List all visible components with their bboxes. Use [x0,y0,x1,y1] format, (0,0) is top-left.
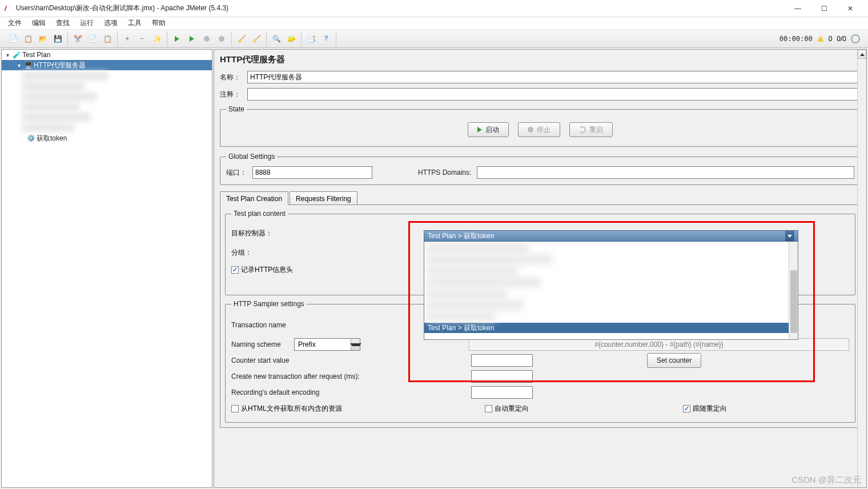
counter-start-label: Counter start value [231,356,471,364]
tab-test-plan-creation[interactable]: Test Plan Creation [220,191,288,205]
remove-icon[interactable]: － [136,33,148,45]
add-icon[interactable]: ＋ [121,33,134,45]
tab-requests-filtering[interactable]: Requests Filtering [290,191,357,205]
global-settings-fieldset: Global Settings 端口： HTTPS Domains: [220,153,861,185]
tree-root[interactable]: ▾ 🧪 Test Plan [2,50,212,60]
menu-options[interactable]: 选项 [99,17,122,29]
dropdown-list[interactable]: Test Plan > 获取token [424,242,798,340]
save-icon[interactable]: 💾 [51,33,64,45]
target-controller-label: 目标控制器： [231,229,272,238]
naming-scheme-select[interactable]: Prefix [294,338,360,351]
start-button[interactable]: 启动 [468,122,509,137]
name-input[interactable] [247,71,861,83]
menu-search[interactable]: 查找 [51,17,74,29]
tree-http-proxy[interactable]: ▾ 🖥️ HTTP代理服务器 [2,60,212,70]
menu-edit[interactable]: 编辑 [27,17,50,29]
auto-redirect-label: 自动重定向 [495,404,529,414]
minimize-button[interactable]: — [785,0,811,17]
reset-search-icon[interactable]: 🧽 [285,33,298,45]
paste-icon[interactable]: 📋 [101,33,114,45]
beaker-icon: 🧪 [13,51,21,59]
port-label: 端口： [226,168,247,178]
window-title: Users\han\Desktop\厕改-自动化测试脚本.jmx) - Apac… [16,3,785,13]
recording-encoding-input[interactable] [471,386,533,399]
open-icon[interactable]: 📂 [37,33,49,45]
scrollbar-thumb[interactable] [790,270,797,333]
start-icon[interactable] [171,33,183,45]
set-counter-button[interactable]: Set counter [647,353,701,368]
warning-icon[interactable] [817,35,824,42]
state-fieldset: State 启动 停止 重启 [220,105,861,147]
record-headers-label: 记录HTTP信息头 [241,265,293,275]
port-input[interactable] [252,166,372,179]
clear-all-icon[interactable]: 🧹 [250,33,263,45]
search-icon[interactable]: 🔍 [270,33,283,45]
recorder-icon: 🖥️ [24,61,32,69]
menu-run[interactable]: 运行 [75,17,98,29]
follow-redirect-checkbox[interactable] [683,405,690,412]
status-icon [851,34,860,43]
scroll-up-icon[interactable] [858,50,866,59]
dropdown-scrollbar[interactable] [789,242,798,339]
auto-redirect-checkbox[interactable] [485,405,492,412]
naming-scheme-label: Naming scheme [231,340,294,348]
maximize-button[interactable]: ☐ [811,0,837,17]
record-headers-checkbox[interactable] [231,266,239,274]
menu-tools[interactable]: 工具 [123,17,146,29]
target-controller-dropdown[interactable]: Test Plan > 获取token Test Plan > 获取token [424,230,798,340]
naming-format-input[interactable] [469,338,849,351]
name-label: 名称： [220,73,245,82]
titlebar: Users\han\Desktop\厕改-自动化测试脚本.jmx) - Apac… [0,0,868,17]
watermark: CSDN @异二次元 [791,475,861,486]
http-sampler-legend: HTTP Sampler settings [231,300,307,308]
function-helper-icon[interactable]: 📑 [305,33,318,45]
retrieve-html-label: 从HTML文件获取所有内含的资源 [241,404,342,414]
transaction-name-label: Transaction name [231,321,368,329]
new-icon[interactable]: 📄 [7,33,19,45]
counter-start-input[interactable] [471,354,533,367]
play-icon [477,127,482,133]
close-button[interactable]: ✕ [837,0,863,17]
test-plan-content-legend: Test plan content [231,210,288,218]
state-legend: State [226,105,247,113]
start-no-timers-icon[interactable] [186,33,198,45]
create-transaction-input[interactable] [471,370,533,383]
comment-label: 注释： [220,90,245,99]
menu-help[interactable]: 帮助 [147,17,170,29]
global-legend: Global Settings [226,153,277,161]
restart-button[interactable]: 重启 [569,122,613,137]
copy-icon[interactable]: 📄 [86,33,99,45]
chevron-down-icon[interactable] [785,231,794,241]
comment-input[interactable] [247,88,861,101]
thread-ratio: 0/0 [837,35,846,43]
collapse-icon[interactable]: ▾ [15,62,22,69]
cut-icon[interactable]: ✂️ [71,33,84,45]
panel-scrollbar[interactable] [857,50,866,487]
elapsed-time: 00:00:00 [779,35,813,43]
stop-icon[interactable] [200,33,213,45]
clear-icon[interactable]: 🧹 [235,33,248,45]
dropdown-item-selected[interactable]: Test Plan > 获取token [424,323,798,333]
reload-icon [579,126,586,133]
panel-title: HTTP代理服务器 [220,54,861,65]
collapse-icon[interactable]: ▾ [4,52,11,58]
menubar: 文件 编辑 查找 运行 选项 工具 帮助 [0,17,868,30]
https-domains-input[interactable] [477,166,854,179]
chevron-down-icon [351,339,360,350]
app-icon [5,5,13,13]
stop-icon [528,127,533,133]
stop-button[interactable]: 停止 [518,122,560,137]
menu-file[interactable]: 文件 [3,17,26,29]
tree-get-token[interactable]: ⚙️ 获取token [2,133,212,143]
detail-panel: HTTP代理服务器 名称： 注释： State 启动 停止 重启 Global … [214,49,867,488]
templates-icon[interactable]: 📋 [22,33,34,45]
help-icon[interactable]: ？ [320,33,332,45]
shutdown-icon[interactable] [215,33,228,45]
create-transaction-label: Create new transaction after request (ms… [231,372,471,380]
retrieve-html-checkbox[interactable] [231,405,239,412]
target-controller-selected[interactable]: Test Plan > 获取token [424,230,798,242]
recording-encoding-label: Recording's default encoding [231,388,471,396]
wand-icon[interactable]: ✨ [151,33,163,45]
tab-strip: Test Plan Creation Requests Filtering [220,191,861,205]
tree-panel[interactable]: ▾ 🧪 Test Plan ▾ 🖥️ HTTP代理服务器 ⚙️ 获取token [1,49,212,488]
